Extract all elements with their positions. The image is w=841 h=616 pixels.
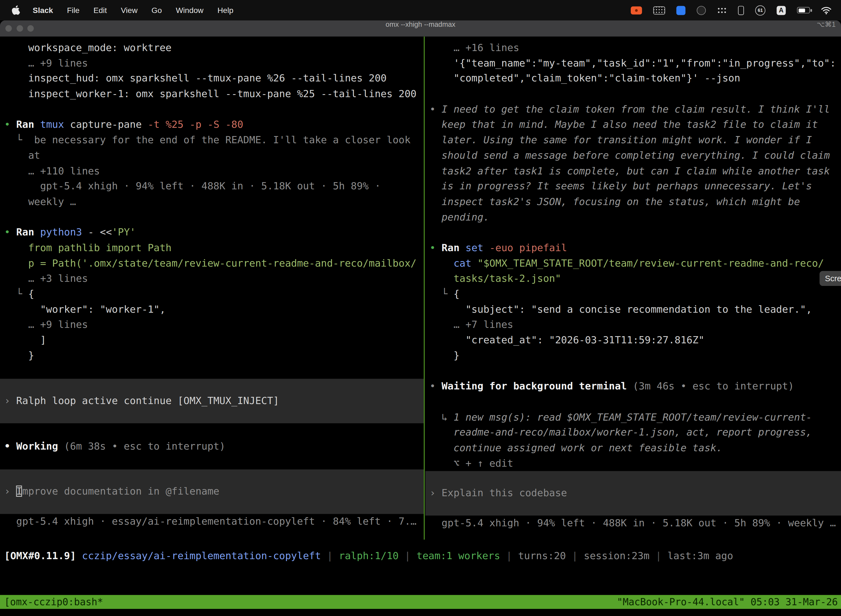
battery-icon[interactable] bbox=[797, 7, 810, 13]
terminal-line: weekly … bbox=[4, 194, 424, 210]
terminal-line: workspace_mode: worktree bbox=[4, 40, 424, 56]
terminal-line bbox=[4, 423, 424, 439]
battery-percent-icon[interactable]: 61 bbox=[755, 5, 765, 15]
ralph-loop-banner[interactable]: › Ralph loop active continue [OMX_TMUX_I… bbox=[0, 379, 424, 423]
battery-fill bbox=[798, 8, 805, 12]
keyboard-icon[interactable] bbox=[653, 6, 665, 14]
menu-bar: Slack File Edit View Go Window Help 61 A bbox=[0, 0, 841, 21]
terminal-line: • I need to get the claim token from the… bbox=[429, 102, 841, 117]
terminal-line: ] bbox=[4, 333, 424, 348]
menu-file[interactable]: File bbox=[67, 6, 79, 14]
terminal-line: pending. bbox=[429, 210, 841, 225]
terminal-line: inspect_worker-1: omx sparkshell --tmux-… bbox=[4, 87, 424, 102]
terminal-line: gpt-5.4 xhigh · 94% left · 488K in · 5.1… bbox=[429, 516, 841, 531]
tmux-status-bar: [omx-cczip0:bash* "MacBook-Pro-44.local"… bbox=[0, 595, 841, 609]
terminal-pane-left[interactable]: workspace_mode: worktree … +9 lines insp… bbox=[0, 37, 424, 540]
terminal-line: • Working (6m 38s • esc to interrupt) bbox=[4, 439, 424, 454]
terminal-line: readme-and-reco/mailbox/worker-1.json, a… bbox=[429, 425, 841, 440]
menu-window[interactable]: Window bbox=[176, 6, 203, 14]
terminal-line: task2 after task1 is complete, but can I… bbox=[429, 163, 841, 179]
terminal-line bbox=[429, 364, 841, 379]
tmux-session-label: [omx-cczip0:bash* bbox=[0, 596, 103, 607]
menu-edit[interactable]: Edit bbox=[94, 6, 107, 14]
menu-view[interactable]: View bbox=[121, 6, 138, 14]
terminal-line: … +16 lines bbox=[429, 40, 841, 56]
terminal-line bbox=[4, 210, 424, 225]
window-title: omx --xhigh --madmax bbox=[0, 21, 841, 28]
terminal-line: … +7 lines bbox=[429, 317, 841, 333]
screen: Slack File Edit View Go Window Help 61 A bbox=[0, 0, 841, 616]
terminal-line: … +9 lines bbox=[4, 56, 424, 71]
terminal-line: later. Using the same for transition mig… bbox=[429, 132, 841, 148]
terminal-line: gpt-5.4 xhigh · essay/ai-reimplementatio… bbox=[4, 513, 424, 529]
prompt-suggestion[interactable]: › Explain this codebase bbox=[425, 471, 841, 516]
battery-nub bbox=[810, 9, 812, 12]
terminal-line bbox=[429, 87, 841, 102]
terminal-line: └ { bbox=[429, 286, 841, 302]
terminal-line: … +3 lines bbox=[4, 271, 424, 286]
terminal-line: └ be necessary for the end of the README… bbox=[4, 132, 424, 148]
terminal-line: inspect task2's JSON, focusing on the st… bbox=[429, 194, 841, 210]
terminal-line: from pathlib import Path bbox=[4, 241, 424, 256]
terminal-line: tasks/task-2.json" bbox=[429, 271, 841, 286]
terminal-line: ⌥ + ↑ edit bbox=[429, 456, 841, 471]
input-source-icon[interactable]: A bbox=[777, 6, 786, 15]
clipped-screen-overlay: Scre bbox=[819, 271, 841, 286]
handoff-icon[interactable] bbox=[676, 6, 686, 15]
window-title-bar[interactable]: omx --xhigh --madmax ⌥⌘1 bbox=[0, 21, 841, 37]
terminal-line: inspect_hud: omx sparkshell --tmux-pane … bbox=[4, 71, 424, 87]
terminal-line: "worker": "worker-1", bbox=[4, 302, 424, 317]
terminal-line: is in progress? It seems likely but perh… bbox=[429, 179, 841, 194]
tmux-pane-divider[interactable] bbox=[424, 37, 425, 540]
terminal-line: should send a message before completing … bbox=[429, 148, 841, 163]
terminal-line bbox=[4, 102, 424, 117]
terminal-line: ↳ 1 new msg(s): read $OMX_TEAM_STATE_ROO… bbox=[429, 409, 841, 425]
terminal-line: "created_at": "2026-03-31T11:59:27.816Z" bbox=[429, 333, 841, 348]
terminal-line: continue assigned work or next feasible … bbox=[429, 440, 841, 456]
terminal-line: "subject": "send a concise recommendatio… bbox=[429, 302, 841, 317]
record-dot-icon bbox=[635, 9, 638, 12]
window-shortcut-hint: ⌥⌘1 bbox=[817, 21, 835, 28]
terminal-line: at bbox=[4, 148, 424, 163]
app-status-icon[interactable] bbox=[697, 6, 706, 15]
menu-help[interactable]: Help bbox=[217, 6, 233, 14]
terminal-line: "completed","claim_token":"claim-token"}… bbox=[429, 71, 841, 87]
terminal-line: '{"team_name":"my-team","task_id":"1","f… bbox=[429, 56, 841, 71]
terminal-line: cat "$OMX_TEAM_STATE_ROOT/team/review-cu… bbox=[429, 256, 841, 271]
terminal-line: } bbox=[4, 348, 424, 364]
terminal-line: gpt-5.4 xhigh · 94% left · 488K in · 5.1… bbox=[4, 179, 424, 194]
menu-go[interactable]: Go bbox=[151, 6, 162, 14]
terminal-line: • Ran set -euo pipefail bbox=[429, 241, 841, 256]
terminal-line: p = Path('.omx/state/team/review-current… bbox=[4, 256, 424, 271]
terminal-window: omx --xhigh --madmax ⌥⌘1 workspace_mode:… bbox=[0, 21, 841, 616]
iphone-mirroring-icon[interactable] bbox=[738, 6, 744, 15]
terminal-area: workspace_mode: worktree … +9 lines insp… bbox=[0, 37, 841, 540]
terminal-line: … +9 lines bbox=[4, 317, 424, 333]
terminal-line bbox=[429, 394, 841, 409]
terminal-line: keep that in mind. Maybe I also need the… bbox=[429, 117, 841, 133]
terminal-line: … +110 lines bbox=[4, 163, 424, 179]
launchpad-icon[interactable] bbox=[717, 7, 727, 13]
menu-bar-status-icons: 61 A bbox=[631, 5, 834, 15]
terminal-line bbox=[429, 225, 841, 241]
apple-logo-icon bbox=[12, 5, 20, 15]
wifi-icon[interactable] bbox=[821, 6, 831, 14]
desktop: Slack File Edit View Go Window Help 61 A bbox=[0, 0, 841, 616]
apple-menu[interactable] bbox=[12, 5, 20, 15]
terminal-line bbox=[4, 364, 424, 379]
terminal-line: • Ran tmux capture-pane -t %25 -p -S -80 bbox=[4, 117, 424, 133]
terminal-line bbox=[4, 454, 424, 469]
terminal-line: • Ran python3 - <<'PY' bbox=[4, 225, 424, 241]
terminal-line: • Waiting for background terminal (3m 46… bbox=[429, 379, 841, 395]
terminal-pane-right[interactable]: … +16 lines '{"team_name":"my-team","tas… bbox=[425, 37, 841, 540]
omx-status-line: [OMX#0.11.9] cczip/essay/ai-reimplementa… bbox=[4, 549, 733, 564]
terminal-line: } bbox=[429, 348, 841, 364]
omx-status-line: [OMX#0.11.9] cczip/essay/ai-reimplementa… bbox=[4, 549, 733, 564]
screen-recording-indicator-icon[interactable] bbox=[631, 6, 642, 14]
prompt-input[interactable]: › Improve documentation in @filename bbox=[0, 469, 424, 514]
terminal-line: └ { bbox=[4, 286, 424, 302]
app-menu-slack[interactable]: Slack bbox=[33, 6, 53, 14]
tmux-host-clock: "MacBook-Pro-44.local" 05:03 31-Mar-26 bbox=[617, 595, 838, 609]
